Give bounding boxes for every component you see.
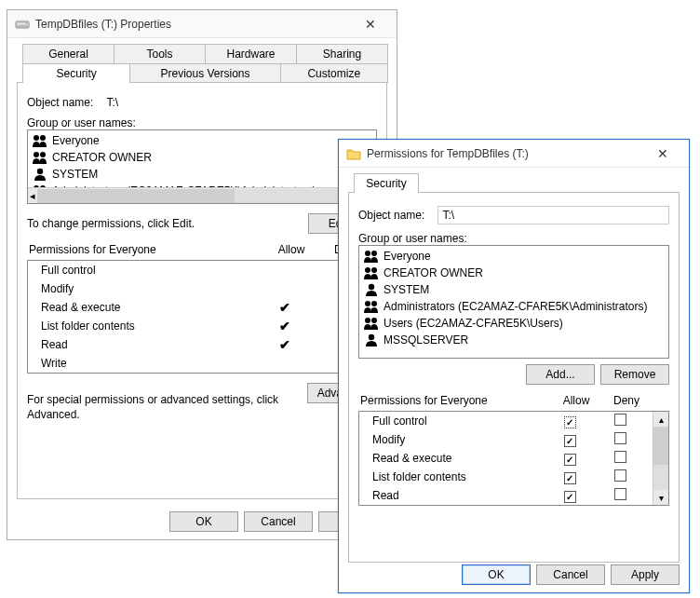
dialog-footer: OK Cancel Apply bbox=[17, 511, 387, 532]
tab-hardware[interactable]: Hardware bbox=[205, 44, 297, 63]
svg-point-5 bbox=[26, 22, 28, 24]
permissions-box: Full control ✓ Modify ✓ Read & execute ✓… bbox=[358, 411, 669, 506]
permission-name: Modify bbox=[367, 433, 545, 446]
window-title: Permissions for TempDBfiles (T:) bbox=[367, 147, 644, 160]
dialog-footer: OK Cancel Apply bbox=[348, 564, 680, 585]
list-item[interactable]: Everyone bbox=[359, 248, 668, 265]
list-item-label: MSSQLSERVER bbox=[384, 333, 468, 347]
cancel-button[interactable]: Cancel bbox=[536, 564, 605, 585]
scroll-left-icon[interactable]: ◂ bbox=[30, 190, 35, 202]
group-listbox[interactable]: EveryoneCREATOR OWNERSYSTEMAdministrator… bbox=[358, 245, 669, 359]
tabs-row-2: Security Previous Versions Customize bbox=[22, 63, 387, 83]
object-name-field: T:\ bbox=[438, 206, 669, 224]
permission-name: Full control bbox=[367, 415, 545, 428]
list-item-label: SYSTEM bbox=[52, 168, 98, 181]
list-item[interactable]: Users (EC2AMAZ-CFARE5K\Users) bbox=[359, 315, 668, 332]
permission-row: Read & execute ✓ bbox=[359, 449, 653, 468]
allow-checkbox[interactable]: ✓ bbox=[545, 488, 595, 503]
deny-checkbox[interactable] bbox=[595, 451, 645, 466]
people-icon bbox=[363, 250, 380, 263]
list-item-label: CREATOR OWNER bbox=[52, 151, 152, 164]
people-icon bbox=[363, 333, 380, 347]
allow-checkbox[interactable]: ✓ bbox=[545, 414, 595, 428]
scroll-thumb[interactable] bbox=[653, 427, 668, 465]
permission-row: List folder contents ✓ bbox=[359, 468, 653, 486]
tab-security[interactable]: Security bbox=[354, 173, 419, 193]
tabs-row-1: General Tools Hardware Sharing bbox=[22, 44, 387, 63]
people-icon bbox=[363, 266, 380, 279]
allow-checkbox[interactable]: ✓ bbox=[545, 469, 595, 484]
permission-row: Read ✔ bbox=[28, 335, 376, 354]
change-permissions-text: To change permissions, click Edit. bbox=[27, 217, 308, 230]
list-item-label: SYSTEM bbox=[384, 283, 429, 296]
vertical-scrollbar[interactable]: ▴ ▾ bbox=[653, 412, 668, 505]
permission-row: Write bbox=[28, 354, 376, 373]
tab-sharing[interactable]: Sharing bbox=[296, 44, 388, 63]
tabs-row: Security bbox=[354, 173, 680, 193]
permission-name: Read bbox=[367, 489, 545, 502]
list-item[interactable]: SYSTEM bbox=[28, 166, 376, 183]
perm-header-label: Permissions for Everyone bbox=[29, 243, 263, 256]
cancel-button[interactable]: Cancel bbox=[244, 511, 313, 532]
allow-header: Allow bbox=[263, 243, 319, 256]
apply-button[interactable]: Apply bbox=[611, 564, 680, 585]
tab-general[interactable]: General bbox=[22, 44, 114, 63]
allow-header: Allow bbox=[551, 394, 601, 407]
allow-checkbox[interactable]: ✓ bbox=[545, 451, 595, 466]
remove-button[interactable]: Remove bbox=[600, 364, 669, 385]
list-item[interactable]: MSSQLSERVER bbox=[359, 332, 668, 348]
drive-icon bbox=[15, 17, 30, 32]
allow-checkbox[interactable]: ✓ bbox=[545, 432, 595, 447]
allow-mark: ✔ bbox=[257, 300, 313, 315]
permission-row: Modify ✓ bbox=[359, 430, 653, 449]
scroll-thumb[interactable] bbox=[37, 189, 235, 203]
list-item-label: Administrators (EC2AMAZ-CFARE5K\Administ… bbox=[384, 300, 647, 313]
allow-mark: ✔ bbox=[257, 319, 313, 333]
deny-checkbox[interactable] bbox=[595, 432, 645, 447]
list-item[interactable]: CREATOR OWNER bbox=[359, 265, 668, 281]
svg-rect-4 bbox=[17, 25, 28, 27]
group-label: Group or user names: bbox=[358, 232, 669, 245]
object-name-value: T:\ bbox=[442, 209, 454, 222]
people-icon bbox=[363, 317, 380, 330]
object-name-label: Object name: bbox=[358, 209, 424, 222]
tab-customize[interactable]: Customize bbox=[280, 63, 388, 83]
close-button[interactable]: ✕ bbox=[352, 11, 389, 37]
scroll-track[interactable] bbox=[37, 189, 367, 203]
add-button[interactable]: Add... bbox=[526, 364, 595, 385]
folder-icon bbox=[346, 146, 361, 161]
tab-panel: Object name: T:\ Group or user names: Ev… bbox=[17, 82, 387, 499]
titlebar[interactable]: TempDBfiles (T:) Properties ✕ bbox=[7, 10, 397, 38]
allow-mark: ✔ bbox=[257, 337, 313, 352]
list-item[interactable]: SYSTEM bbox=[359, 281, 668, 298]
scroll-up-icon[interactable]: ▴ bbox=[653, 412, 668, 427]
horizontal-scrollbar[interactable]: ◂ ▸ bbox=[28, 187, 376, 203]
scroll-track[interactable] bbox=[653, 427, 668, 490]
deny-checkbox[interactable] bbox=[595, 488, 645, 503]
list-item[interactable]: CREATOR OWNER bbox=[28, 149, 376, 166]
scroll-down-icon[interactable]: ▾ bbox=[653, 490, 668, 505]
group-listbox[interactable]: EveryoneCREATOR OWNERSYSTEMAdministrator… bbox=[27, 129, 377, 204]
deny-checkbox[interactable] bbox=[595, 414, 645, 428]
list-item[interactable]: Everyone bbox=[28, 132, 376, 149]
deny-checkbox[interactable] bbox=[595, 469, 645, 484]
permission-row: Full control ✓ bbox=[359, 412, 653, 430]
list-item-label: CREATOR OWNER bbox=[384, 266, 483, 279]
permission-row: Modify bbox=[28, 279, 376, 298]
group-label: Group or user names: bbox=[27, 116, 377, 129]
list-item-label: Everyone bbox=[384, 250, 431, 263]
tab-tools[interactable]: Tools bbox=[114, 44, 206, 63]
titlebar[interactable]: Permissions for TempDBfiles (T:) ✕ bbox=[339, 140, 689, 168]
people-icon bbox=[32, 134, 48, 147]
permission-row: List folder contents ✔ bbox=[28, 317, 376, 335]
list-item[interactable]: Administrators (EC2AMAZ-CFARE5K\Administ… bbox=[359, 298, 668, 315]
ok-button[interactable]: OK bbox=[169, 511, 238, 532]
object-name-label: Object name: bbox=[27, 96, 93, 109]
window-title: TempDBfiles (T:) Properties bbox=[35, 18, 352, 31]
permission-row: Read ✓ bbox=[359, 486, 653, 505]
ok-button[interactable]: OK bbox=[462, 564, 531, 585]
tab-security[interactable]: Security bbox=[22, 63, 130, 83]
close-button[interactable]: ✕ bbox=[644, 141, 681, 167]
tab-previous-versions[interactable]: Previous Versions bbox=[129, 63, 280, 83]
permission-name: Write bbox=[35, 357, 257, 370]
